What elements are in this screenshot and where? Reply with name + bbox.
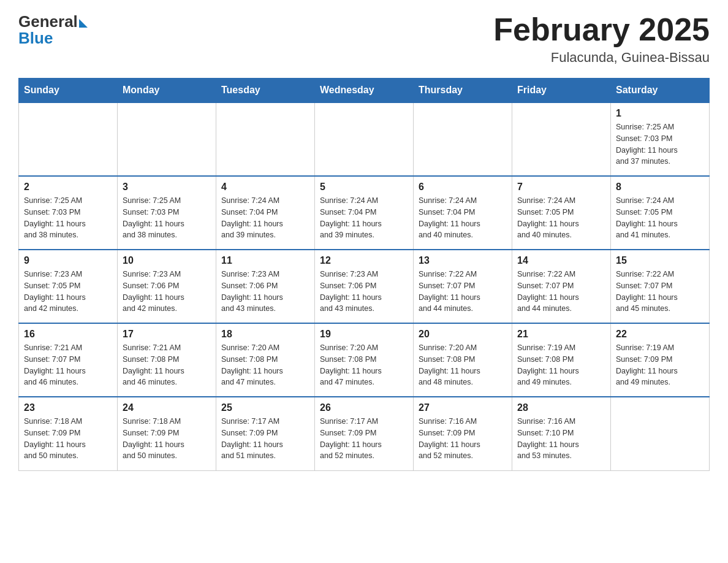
- header-tuesday: Tuesday: [216, 79, 315, 103]
- day-info: Sunrise: 7:21 AMSunset: 7:08 PMDaylight:…: [123, 342, 211, 388]
- day-info: Sunrise: 7:24 AMSunset: 7:05 PMDaylight:…: [517, 195, 605, 241]
- day-info: Sunrise: 7:24 AMSunset: 7:04 PMDaylight:…: [320, 195, 408, 241]
- day-number: 19: [320, 329, 408, 340]
- day-number: 21: [517, 329, 605, 340]
- day-number: 28: [517, 402, 605, 413]
- calendar-cell: 2Sunrise: 7:25 AMSunset: 7:03 PMDaylight…: [19, 176, 118, 250]
- calendar-cell: 15Sunrise: 7:22 AMSunset: 7:07 PMDayligh…: [611, 250, 710, 323]
- day-number: 10: [123, 255, 211, 266]
- day-number: 1: [616, 108, 704, 119]
- day-info: Sunrise: 7:23 AMSunset: 7:06 PMDaylight:…: [320, 269, 408, 315]
- day-number: 5: [320, 182, 408, 193]
- day-info: Sunrise: 7:25 AMSunset: 7:03 PMDaylight:…: [24, 195, 112, 241]
- day-number: 12: [320, 255, 408, 266]
- day-info: Sunrise: 7:20 AMSunset: 7:08 PMDaylight:…: [419, 342, 507, 388]
- day-number: 22: [616, 329, 704, 340]
- calendar-cell: [414, 102, 512, 176]
- calendar-cell: 3Sunrise: 7:25 AMSunset: 7:03 PMDaylight…: [118, 176, 216, 250]
- day-info: Sunrise: 7:20 AMSunset: 7:08 PMDaylight:…: [221, 342, 309, 388]
- header-wednesday: Wednesday: [315, 79, 414, 103]
- calendar-cell: 4Sunrise: 7:24 AMSunset: 7:04 PMDaylight…: [216, 176, 315, 250]
- calendar-week-4: 16Sunrise: 7:21 AMSunset: 7:07 PMDayligh…: [19, 323, 710, 397]
- day-info: Sunrise: 7:22 AMSunset: 7:07 PMDaylight:…: [616, 269, 704, 315]
- day-number: 25: [221, 402, 309, 413]
- day-info: Sunrise: 7:23 AMSunset: 7:06 PMDaylight:…: [123, 269, 211, 315]
- day-number: 8: [616, 182, 704, 193]
- day-info: Sunrise: 7:23 AMSunset: 7:05 PMDaylight:…: [24, 269, 112, 315]
- calendar-cell: 19Sunrise: 7:20 AMSunset: 7:08 PMDayligh…: [315, 323, 414, 397]
- day-number: 11: [221, 255, 309, 266]
- day-info: Sunrise: 7:22 AMSunset: 7:07 PMDaylight:…: [517, 269, 605, 315]
- day-number: 18: [221, 329, 309, 340]
- calendar-cell: [118, 102, 216, 176]
- calendar-cell: 6Sunrise: 7:24 AMSunset: 7:04 PMDaylight…: [414, 176, 512, 250]
- calendar-cell: 18Sunrise: 7:20 AMSunset: 7:08 PMDayligh…: [216, 323, 315, 397]
- day-info: Sunrise: 7:23 AMSunset: 7:06 PMDaylight:…: [221, 269, 309, 315]
- day-info: Sunrise: 7:25 AMSunset: 7:03 PMDaylight:…: [123, 195, 211, 241]
- day-info: Sunrise: 7:19 AMSunset: 7:08 PMDaylight:…: [517, 342, 605, 388]
- day-number: 13: [419, 255, 507, 266]
- calendar-cell: [19, 102, 118, 176]
- day-number: 9: [24, 255, 112, 266]
- calendar-subtitle: Fulacunda, Guinea-Bissau: [493, 50, 710, 66]
- day-info: Sunrise: 7:17 AMSunset: 7:09 PMDaylight:…: [320, 416, 408, 462]
- logo-arrow-icon: [79, 19, 88, 28]
- day-info: Sunrise: 7:22 AMSunset: 7:07 PMDaylight:…: [419, 269, 507, 315]
- day-number: 16: [24, 329, 112, 340]
- calendar-table: SundayMondayTuesdayWednesdayThursdayFrid…: [18, 78, 710, 471]
- calendar-cell: 10Sunrise: 7:23 AMSunset: 7:06 PMDayligh…: [118, 250, 216, 323]
- day-info: Sunrise: 7:25 AMSunset: 7:03 PMDaylight:…: [616, 121, 704, 167]
- day-info: Sunrise: 7:24 AMSunset: 7:04 PMDaylight:…: [419, 195, 507, 241]
- calendar-cell: 12Sunrise: 7:23 AMSunset: 7:06 PMDayligh…: [315, 250, 414, 323]
- calendar-cell: [512, 102, 611, 176]
- calendar-cell: 7Sunrise: 7:24 AMSunset: 7:05 PMDaylight…: [512, 176, 611, 250]
- calendar-cell: 20Sunrise: 7:20 AMSunset: 7:08 PMDayligh…: [414, 323, 512, 397]
- calendar-cell: [216, 102, 315, 176]
- header-sunday: Sunday: [19, 79, 118, 103]
- day-number: 15: [616, 255, 704, 266]
- day-info: Sunrise: 7:18 AMSunset: 7:09 PMDaylight:…: [123, 416, 211, 462]
- calendar-cell: 16Sunrise: 7:21 AMSunset: 7:07 PMDayligh…: [19, 323, 118, 397]
- calendar-cell: 24Sunrise: 7:18 AMSunset: 7:09 PMDayligh…: [118, 397, 216, 470]
- logo: General Blue: [18, 12, 88, 48]
- day-number: 4: [221, 182, 309, 193]
- calendar-cell: [315, 102, 414, 176]
- calendar-week-1: 1Sunrise: 7:25 AMSunset: 7:03 PMDaylight…: [19, 102, 710, 176]
- logo-blue-text: Blue: [18, 29, 53, 48]
- calendar-cell: 26Sunrise: 7:17 AMSunset: 7:09 PMDayligh…: [315, 397, 414, 470]
- day-info: Sunrise: 7:16 AMSunset: 7:10 PMDaylight:…: [517, 416, 605, 462]
- calendar-header: SundayMondayTuesdayWednesdayThursdayFrid…: [19, 79, 710, 103]
- calendar-body: 1Sunrise: 7:25 AMSunset: 7:03 PMDaylight…: [19, 102, 710, 470]
- calendar-cell: 11Sunrise: 7:23 AMSunset: 7:06 PMDayligh…: [216, 250, 315, 323]
- calendar-cell: [611, 397, 710, 470]
- day-info: Sunrise: 7:18 AMSunset: 7:09 PMDaylight:…: [24, 416, 112, 462]
- header-monday: Monday: [118, 79, 216, 103]
- day-info: Sunrise: 7:20 AMSunset: 7:08 PMDaylight:…: [320, 342, 408, 388]
- day-info: Sunrise: 7:21 AMSunset: 7:07 PMDaylight:…: [24, 342, 112, 388]
- calendar-cell: 17Sunrise: 7:21 AMSunset: 7:08 PMDayligh…: [118, 323, 216, 397]
- day-number: 14: [517, 255, 605, 266]
- day-info: Sunrise: 7:19 AMSunset: 7:09 PMDaylight:…: [616, 342, 704, 388]
- day-info: Sunrise: 7:24 AMSunset: 7:05 PMDaylight:…: [616, 195, 704, 241]
- calendar-week-2: 2Sunrise: 7:25 AMSunset: 7:03 PMDaylight…: [19, 176, 710, 250]
- calendar-cell: 13Sunrise: 7:22 AMSunset: 7:07 PMDayligh…: [414, 250, 512, 323]
- day-number: 2: [24, 182, 112, 193]
- calendar-cell: 25Sunrise: 7:17 AMSunset: 7:09 PMDayligh…: [216, 397, 315, 470]
- day-number: 6: [419, 182, 507, 193]
- day-info: Sunrise: 7:17 AMSunset: 7:09 PMDaylight:…: [221, 416, 309, 462]
- calendar-week-3: 9Sunrise: 7:23 AMSunset: 7:05 PMDaylight…: [19, 250, 710, 323]
- day-number: 7: [517, 182, 605, 193]
- calendar-cell: 21Sunrise: 7:19 AMSunset: 7:08 PMDayligh…: [512, 323, 611, 397]
- calendar-cell: 23Sunrise: 7:18 AMSunset: 7:09 PMDayligh…: [19, 397, 118, 470]
- title-block: February 2025 Fulacunda, Guinea-Bissau: [493, 12, 710, 66]
- calendar-title: February 2025: [493, 12, 710, 47]
- day-number: 3: [123, 182, 211, 193]
- calendar-week-5: 23Sunrise: 7:18 AMSunset: 7:09 PMDayligh…: [19, 397, 710, 470]
- header-friday: Friday: [512, 79, 611, 103]
- day-info: Sunrise: 7:16 AMSunset: 7:09 PMDaylight:…: [419, 416, 507, 462]
- header-saturday: Saturday: [611, 79, 710, 103]
- day-number: 23: [24, 402, 112, 413]
- calendar-cell: 1Sunrise: 7:25 AMSunset: 7:03 PMDaylight…: [611, 102, 710, 176]
- calendar-cell: 27Sunrise: 7:16 AMSunset: 7:09 PMDayligh…: [414, 397, 512, 470]
- calendar-cell: 5Sunrise: 7:24 AMSunset: 7:04 PMDaylight…: [315, 176, 414, 250]
